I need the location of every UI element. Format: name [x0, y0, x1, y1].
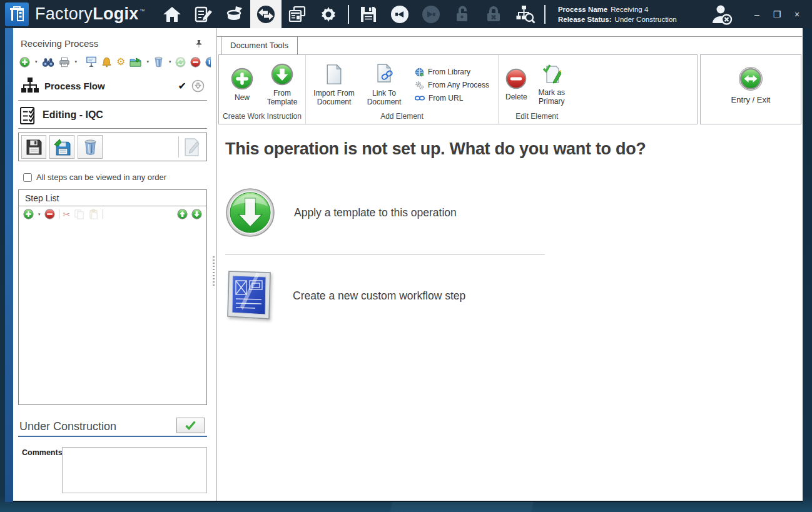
paste-icon[interactable] — [88, 209, 99, 219]
editing-row: Editing - IQC — [18, 103, 207, 127]
tab-document-tools[interactable]: Document Tools — [221, 36, 298, 54]
ribbon: New From Template Create Work Instructio… — [218, 54, 698, 124]
trash-dropdown-caret-icon[interactable]: ▾ — [169, 59, 171, 64]
trash-export-icon[interactable] — [153, 56, 164, 68]
edit-actions-box — [18, 133, 207, 161]
step-list-panel: Step List ▾ ✂ — [18, 189, 207, 405]
process-flow-row[interactable]: Process Flow ✔ — [18, 75, 207, 96]
process-search-icon[interactable] — [509, 0, 540, 28]
blueprint-icon[interactable] — [225, 269, 274, 323]
release-status-heading: Under Construction — [19, 420, 116, 433]
copy-icon[interactable] — [74, 209, 84, 219]
print-icon[interactable] — [59, 57, 70, 68]
presentation-icon[interactable] — [86, 56, 97, 68]
apply-template-icon[interactable] — [225, 188, 275, 238]
close-button[interactable]: × — [788, 6, 806, 23]
divider — [18, 100, 207, 101]
import-from-document-button[interactable]: Import From Document — [310, 62, 358, 108]
panel-splitter[interactable] — [211, 28, 216, 501]
create-custom-step-label[interactable]: Create a new custom workflow step — [293, 289, 465, 303]
documents-icon[interactable] — [282, 0, 313, 28]
toolbar-separator — [544, 5, 546, 24]
forward-icon[interactable] — [415, 0, 447, 28]
splitter-grip[interactable] — [213, 256, 215, 288]
check-icon: ✔ — [178, 80, 186, 92]
process-definition-icon[interactable] — [250, 0, 282, 28]
apply-template-label[interactable]: Apply a template to this operation — [294, 206, 457, 219]
print-dropdown-caret-icon[interactable]: ▾ — [75, 59, 78, 64]
gear-gold-icon[interactable]: ⚙ — [116, 57, 125, 67]
group-label-add: Add Element — [306, 111, 498, 124]
stop-circle-icon[interactable] — [190, 57, 201, 68]
from-template-button[interactable]: From Template — [263, 62, 302, 108]
move-up-icon[interactable] — [177, 209, 188, 219]
move-down-icon[interactable] — [191, 209, 202, 219]
folder-export-icon[interactable] — [129, 58, 141, 67]
editing-label: Editing - IQC — [43, 109, 103, 121]
new-button[interactable]: New — [223, 66, 261, 103]
user-logout-icon[interactable] — [709, 3, 734, 26]
cut-icon[interactable]: ✂ — [63, 209, 71, 219]
delete-step-button[interactable] — [78, 135, 103, 159]
unlock-icon[interactable] — [447, 0, 478, 28]
pin-icon[interactable] — [194, 39, 203, 48]
add-step-icon[interactable] — [23, 209, 34, 219]
setup-prompt-heading: This operation is not set up. What do yo… — [225, 139, 803, 159]
settings-gear-icon[interactable] — [313, 0, 344, 28]
step-list-title: Step List — [19, 190, 206, 206]
create-custom-step-option[interactable]: Create a new custom workflow step — [225, 269, 803, 323]
lock-restrict-icon[interactable] — [478, 0, 509, 28]
process-flow-icon — [21, 76, 39, 95]
process-toolbar: ▾ ▾ ⚙ ▾ ▾ — [18, 55, 207, 69]
process-info: Process NameReceiving 4 Release Status:U… — [558, 4, 677, 24]
entry-exit-panel: Entry / Exit — [700, 54, 801, 124]
import-step-button[interactable] — [49, 135, 74, 159]
from-any-process-button[interactable]: From Any Process — [415, 81, 489, 90]
binoculars-search-icon[interactable] — [42, 58, 54, 67]
minimize-button[interactable]: – — [748, 6, 766, 23]
link-to-document-button[interactable]: Link To Document — [360, 62, 409, 108]
maximize-button[interactable]: ❒ — [768, 6, 786, 23]
approve-status-button[interactable] — [176, 418, 205, 433]
back-icon[interactable] — [384, 0, 415, 28]
save-step-button[interactable] — [21, 135, 46, 159]
work-instructions-icon[interactable] — [188, 0, 219, 28]
any-order-checkbox[interactable] — [23, 173, 32, 182]
main-panel: Document Tools New From Template — [216, 28, 803, 501]
ribbon-group-edit: Delete Mark as Primary Edit Element — [499, 55, 576, 124]
from-url-button[interactable]: From URL — [415, 94, 489, 103]
options-divider — [225, 254, 545, 255]
divider — [18, 128, 207, 129]
add-dropdown-caret-icon[interactable]: ▾ — [35, 59, 38, 64]
toolbar-separator — [348, 5, 349, 24]
group-label-create: Create Work Instruction — [219, 111, 305, 124]
comments-input[interactable] — [62, 447, 207, 493]
folder-dropdown-caret-icon[interactable]: ▾ — [146, 59, 149, 64]
app-title: FactoryLogix™ — [35, 4, 145, 24]
collapse-circle-icon[interactable] — [191, 79, 205, 93]
process-flow-label: Process Flow — [44, 81, 105, 91]
home-icon[interactable] — [156, 0, 188, 28]
bell-icon[interactable] — [101, 57, 112, 68]
go-circle-icon[interactable] — [175, 57, 186, 68]
inventory-icon[interactable] — [219, 0, 250, 28]
from-library-button[interactable]: From Library — [415, 68, 489, 77]
delete-element-button[interactable]: Delete — [502, 67, 530, 103]
save-icon[interactable] — [353, 0, 384, 28]
apply-template-option[interactable]: Apply a template to this operation — [225, 188, 803, 238]
edit-document-icon — [179, 135, 204, 159]
any-order-label[interactable]: All steps can be viewed in any order — [36, 173, 166, 182]
status-underline — [18, 436, 207, 437]
remove-step-icon[interactable] — [44, 209, 55, 219]
app-logo-icon — [5, 3, 29, 26]
entry-exit-button[interactable]: Entry / Exit — [728, 65, 774, 106]
process-panel: Receiving Process ▾ ▾ ⚙ ▾ ▾ Process Flow… — [13, 28, 211, 501]
add-step-caret-icon[interactable]: ▾ — [38, 212, 41, 217]
step-list-empty-area[interactable] — [19, 222, 206, 404]
workspace: Receiving Process ▾ ▾ ⚙ ▾ ▾ Process Flow… — [13, 28, 803, 502]
add-circle-icon[interactable] — [19, 57, 30, 68]
divider — [103, 209, 103, 219]
step-list-toolbar: ▾ ✂ — [19, 206, 206, 222]
ribbon-group-create: New From Template Create Work Instructio… — [219, 55, 306, 124]
mark-as-primary-button[interactable]: Mark as Primary — [532, 63, 572, 108]
